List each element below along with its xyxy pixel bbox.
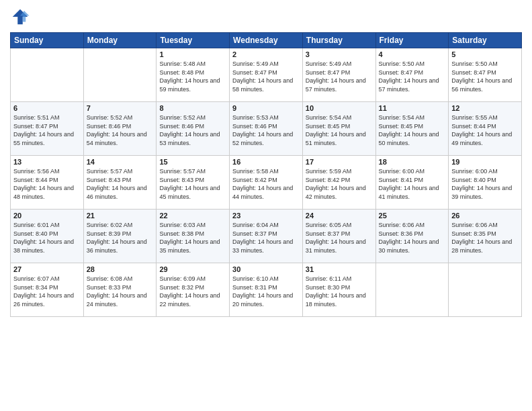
page: SundayMondayTuesdayWednesdayThursdayFrid… [0,0,532,411]
cell-info: Sunrise: 6:02 AMSunset: 8:39 PMDaylight:… [87,221,154,255]
cell-info: Sunrise: 5:55 AMSunset: 8:44 PMDaylight:… [451,113,519,147]
calendar-cell: 27Sunrise: 6:07 AMSunset: 8:34 PMDayligh… [11,263,84,317]
cell-info: Sunrise: 5:56 AMSunset: 8:44 PMDaylight:… [13,167,81,201]
cell-info: Sunrise: 5:58 AMSunset: 8:42 PMDaylight:… [232,167,300,201]
calendar-cell: 31Sunrise: 6:11 AMSunset: 8:30 PMDayligh… [302,263,375,317]
day-number: 13 [13,158,81,166]
cell-info: Sunrise: 5:48 AMSunset: 8:48 PMDaylight:… [159,60,226,93]
calendar-cell: 25Sunrise: 6:06 AMSunset: 8:36 PMDayligh… [375,210,449,263]
day-number: 26 [451,212,519,220]
day-number: 15 [159,158,226,166]
day-number: 6 [13,104,81,112]
cell-info: Sunrise: 6:01 AMSunset: 8:40 PMDaylight:… [13,221,81,255]
header-wednesday: Wednesday [230,33,303,48]
day-number: 31 [306,265,373,273]
cell-info: Sunrise: 6:11 AMSunset: 8:30 PMDaylight:… [306,275,373,308]
day-number: 7 [87,104,154,112]
calendar-cell: 23Sunrise: 6:04 AMSunset: 8:37 PMDayligh… [230,210,303,263]
header-friday: Friday [375,33,449,48]
day-number: 4 [379,50,446,58]
day-number: 19 [451,158,519,166]
day-number: 17 [306,158,373,166]
calendar-cell: 22Sunrise: 6:03 AMSunset: 8:38 PMDayligh… [157,210,230,263]
header-thursday: Thursday [302,33,375,48]
calendar-cell: 18Sunrise: 6:00 AMSunset: 8:41 PMDayligh… [375,156,449,210]
logo [10,7,33,27]
cell-info: Sunrise: 5:53 AMSunset: 8:46 PMDaylight:… [232,113,300,147]
day-number: 16 [232,158,300,166]
header-saturday: Saturday [449,33,522,48]
calendar-cell: 2Sunrise: 5:49 AMSunset: 8:47 PMDaylight… [230,48,303,102]
day-number: 22 [159,212,226,220]
header-monday: Monday [83,33,157,48]
calendar-cell [11,48,84,102]
calendar-cell: 19Sunrise: 6:00 AMSunset: 8:40 PMDayligh… [449,156,522,210]
day-number: 2 [232,50,300,58]
calendar-cell: 8Sunrise: 5:52 AMSunset: 8:46 PMDaylight… [157,102,230,156]
day-number: 1 [159,50,226,58]
day-number: 10 [306,104,373,112]
cell-info: Sunrise: 5:54 AMSunset: 8:45 PMDaylight:… [306,113,373,147]
day-number: 21 [87,212,154,220]
cell-info: Sunrise: 5:50 AMSunset: 8:47 PMDaylight:… [379,60,446,93]
calendar-cell: 9Sunrise: 5:53 AMSunset: 8:46 PMDaylight… [230,102,303,156]
day-number: 18 [379,158,446,166]
cell-info: Sunrise: 5:57 AMSunset: 8:43 PMDaylight:… [159,167,226,201]
calendar-week-3: 13Sunrise: 5:56 AMSunset: 8:44 PMDayligh… [11,156,522,210]
calendar-week-2: 6Sunrise: 5:51 AMSunset: 8:47 PMDaylight… [11,102,522,156]
calendar-cell: 26Sunrise: 6:06 AMSunset: 8:35 PMDayligh… [449,210,522,263]
calendar-cell [83,48,157,102]
logo-icon [10,7,30,27]
calendar-cell: 24Sunrise: 6:05 AMSunset: 8:37 PMDayligh… [302,210,375,263]
cell-info: Sunrise: 6:08 AMSunset: 8:33 PMDaylight:… [87,275,154,308]
calendar-cell: 6Sunrise: 5:51 AMSunset: 8:47 PMDaylight… [11,102,84,156]
day-number: 11 [379,104,446,112]
day-number: 8 [159,104,226,112]
header [10,7,522,27]
cell-info: Sunrise: 6:00 AMSunset: 8:41 PMDaylight:… [379,167,446,201]
calendar-cell: 15Sunrise: 5:57 AMSunset: 8:43 PMDayligh… [157,156,230,210]
cell-info: Sunrise: 6:03 AMSunset: 8:38 PMDaylight:… [159,221,226,255]
calendar-week-4: 20Sunrise: 6:01 AMSunset: 8:40 PMDayligh… [11,210,522,263]
calendar-cell: 3Sunrise: 5:49 AMSunset: 8:47 PMDaylight… [302,48,375,102]
cell-info: Sunrise: 6:06 AMSunset: 8:35 PMDaylight:… [451,221,519,255]
cell-info: Sunrise: 6:00 AMSunset: 8:40 PMDaylight:… [451,167,519,201]
calendar-table: SundayMondayTuesdayWednesdayThursdayFrid… [10,32,522,317]
calendar-cell: 10Sunrise: 5:54 AMSunset: 8:45 PMDayligh… [302,102,375,156]
cell-info: Sunrise: 5:49 AMSunset: 8:47 PMDaylight:… [306,60,373,93]
calendar-cell: 11Sunrise: 5:54 AMSunset: 8:45 PMDayligh… [375,102,449,156]
calendar-cell: 16Sunrise: 5:58 AMSunset: 8:42 PMDayligh… [230,156,303,210]
header-tuesday: Tuesday [157,33,230,48]
calendar-cell [449,263,522,317]
cell-info: Sunrise: 5:52 AMSunset: 8:46 PMDaylight:… [159,113,226,147]
day-number: 30 [232,265,300,273]
calendar-cell [375,263,449,317]
cell-info: Sunrise: 5:52 AMSunset: 8:46 PMDaylight:… [87,113,154,147]
header-sunday: Sunday [11,33,84,48]
calendar-cell: 17Sunrise: 5:59 AMSunset: 8:42 PMDayligh… [302,156,375,210]
cell-info: Sunrise: 6:06 AMSunset: 8:36 PMDaylight:… [379,221,446,255]
day-number: 28 [87,265,154,273]
cell-info: Sunrise: 5:51 AMSunset: 8:47 PMDaylight:… [13,113,81,147]
calendar-week-5: 27Sunrise: 6:07 AMSunset: 8:34 PMDayligh… [11,263,522,317]
cell-info: Sunrise: 6:04 AMSunset: 8:37 PMDaylight:… [232,221,300,255]
calendar-cell: 28Sunrise: 6:08 AMSunset: 8:33 PMDayligh… [83,263,157,317]
cell-info: Sunrise: 5:49 AMSunset: 8:47 PMDaylight:… [232,60,300,93]
calendar-cell: 12Sunrise: 5:55 AMSunset: 8:44 PMDayligh… [449,102,522,156]
cell-info: Sunrise: 5:50 AMSunset: 8:47 PMDaylight:… [451,60,519,93]
calendar-week-1: 1Sunrise: 5:48 AMSunset: 8:48 PMDaylight… [11,48,522,102]
calendar-cell: 21Sunrise: 6:02 AMSunset: 8:39 PMDayligh… [83,210,157,263]
day-number: 3 [306,50,373,58]
calendar-cell: 4Sunrise: 5:50 AMSunset: 8:47 PMDaylight… [375,48,449,102]
day-number: 14 [87,158,154,166]
calendar-cell: 5Sunrise: 5:50 AMSunset: 8:47 PMDaylight… [449,48,522,102]
day-number: 9 [232,104,300,112]
cell-info: Sunrise: 5:54 AMSunset: 8:45 PMDaylight:… [379,113,446,147]
day-number: 25 [379,212,446,220]
day-number: 5 [451,50,519,58]
day-number: 20 [13,212,81,220]
cell-info: Sunrise: 6:09 AMSunset: 8:32 PMDaylight:… [159,275,226,308]
calendar-cell: 30Sunrise: 6:10 AMSunset: 8:31 PMDayligh… [230,263,303,317]
cell-info: Sunrise: 6:07 AMSunset: 8:34 PMDaylight:… [13,275,81,308]
calendar-cell: 1Sunrise: 5:48 AMSunset: 8:48 PMDaylight… [157,48,230,102]
